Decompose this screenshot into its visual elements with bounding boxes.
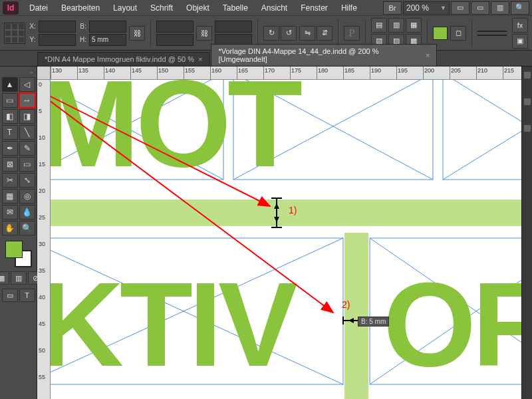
menu-schrift[interactable]: Schrift — [144, 1, 180, 15]
link-scale-icon[interactable]: ⛓ — [196, 26, 212, 41]
gap-measure-tooltip: B: 5 mm — [358, 317, 389, 327]
scale-y-field[interactable] — [156, 34, 194, 46]
menu-fenster[interactable]: Fenster — [294, 1, 334, 15]
pencil-tool[interactable]: ✎ — [19, 141, 35, 156]
flip-v-icon[interactable]: ⇵ — [317, 26, 332, 41]
align-icon-3[interactable]: ▦ — [406, 18, 422, 33]
wrap-icon[interactable]: ▣ — [512, 34, 528, 49]
workspace: » ▲ ◁ ▭ ↔ ◧ ◨ T ╲ ✒ ✎ ⊠ ▭ ✂ ⤡ ▦ ◎ ✉ 💧 ✋ … — [0, 66, 532, 399]
document-page[interactable]: MOT KTIV OF — [51, 80, 532, 399]
direct-selection-tool[interactable]: ◁ — [19, 77, 35, 92]
eyedropper-tool[interactable]: 💧 — [19, 205, 35, 219]
annotation-label-2: 2) — [342, 299, 350, 310]
annotation-label-1: 1) — [289, 205, 297, 215]
canvas-text-top: MOT — [51, 80, 302, 192]
zoom-level-field[interactable]: 200 %▼ — [403, 1, 450, 15]
menu-hilfe[interactable]: Hilfe — [334, 1, 364, 15]
stroke-weight-field[interactable] — [477, 31, 507, 32]
rotate-cw-icon[interactable]: ↻ — [263, 26, 279, 41]
y-label: Y: — [28, 36, 37, 43]
apply-color-icon[interactable]: ▩ — [0, 271, 9, 285]
preview-view-icon[interactable]: T — [19, 289, 35, 302]
h-label: H: — [78, 36, 88, 43]
vertical-gap-band — [344, 233, 368, 399]
zoom-value: 200 % — [406, 3, 429, 13]
horizontal-ruler[interactable]: 1301351401451501551601651701751801851901… — [51, 66, 532, 80]
view-options-button[interactable]: ▭ — [451, 1, 469, 15]
x-field[interactable] — [39, 21, 76, 33]
document-tab-2[interactable]: *Vorlage DIN A4-Mappe 14_44_de.indd @ 20… — [211, 44, 437, 66]
menu-layout[interactable]: Layout — [106, 1, 144, 15]
menu-bearbeiten[interactable]: Bearbeiten — [55, 1, 106, 15]
menu-tabelle[interactable]: Tabelle — [216, 1, 255, 15]
content-collector-tool[interactable]: ◧ — [2, 109, 18, 124]
right-panel-strip[interactable] — [521, 66, 532, 399]
fill-swatch[interactable] — [433, 27, 448, 40]
rectangle-tool[interactable]: ▭ — [19, 157, 35, 172]
panel-collapse-icon[interactable]: » — [29, 69, 33, 74]
rotate-ccw-icon[interactable]: ↺ — [281, 26, 297, 41]
apply-gradient-icon[interactable]: ▥ — [11, 271, 27, 285]
panel-icon[interactable] — [524, 125, 531, 132]
app-icon: Id — [3, 1, 19, 15]
ruler-origin[interactable] — [37, 66, 51, 80]
search-icon[interactable]: 🔍 — [511, 1, 529, 15]
chevron-down-icon: ▼ — [440, 5, 446, 11]
close-icon[interactable]: × — [198, 55, 202, 63]
fx-icon[interactable]: fx — [512, 18, 528, 33]
canvas-text-bottom-left: KTIV — [51, 257, 297, 391]
close-icon[interactable]: × — [426, 51, 430, 59]
height-field[interactable] — [89, 34, 126, 46]
reference-point-grid[interactable] — [4, 23, 25, 44]
note-tool[interactable]: ✉ — [2, 205, 18, 219]
fill-stroke-proxy[interactable] — [5, 241, 32, 267]
screen-mode-button[interactable]: ▭ — [471, 1, 489, 15]
content-placer-tool[interactable]: ◨ — [19, 109, 35, 124]
x-label: X: — [28, 23, 37, 30]
page-tool[interactable]: ▭ — [2, 93, 18, 108]
flip-h-icon[interactable]: ⇋ — [299, 26, 315, 41]
panel-icon[interactable] — [524, 72, 531, 78]
align-icon-1[interactable]: ▤ — [371, 18, 387, 33]
line-tool[interactable]: ╲ — [19, 125, 35, 140]
rotate-field[interactable] — [215, 21, 252, 33]
scale-x-field[interactable] — [156, 21, 194, 33]
panel-icon[interactable] — [524, 98, 531, 105]
document-tab-label: *DIN A4 Mappe Immogruen fiktiv.indd @ 50… — [45, 55, 194, 63]
b-label: B: — [78, 23, 88, 30]
pen-tool[interactable]: ✒ — [2, 141, 18, 156]
document-tab-1[interactable]: *DIN A4 Mappe Immogruen fiktiv.indd @ 50… — [37, 52, 209, 66]
vertical-ruler[interactable]: 051015202530354045505560 — [37, 80, 51, 399]
arrange-button[interactable]: ▥ — [491, 1, 509, 15]
menu-objekt[interactable]: Objekt — [180, 1, 216, 15]
canvas-text-bottom-right: OF — [383, 257, 532, 391]
gradient-feather-tool[interactable]: ◎ — [19, 189, 35, 203]
gradient-swatch-tool[interactable]: ▦ — [2, 189, 18, 203]
zoom-tool[interactable]: 🔍 — [19, 221, 35, 235]
stroke-swatch[interactable]: ◻ — [450, 26, 466, 41]
gap-tool[interactable]: ↔ — [19, 93, 35, 108]
type-tool[interactable]: T — [2, 125, 18, 140]
selection-tool[interactable]: ▲ — [2, 77, 18, 92]
scissors-tool[interactable]: ✂ — [2, 173, 18, 188]
menubar: Id Datei Bearbeiten Layout Schrift Objek… — [0, 0, 532, 16]
fill-proxy[interactable] — [5, 241, 23, 258]
normal-view-icon[interactable]: ▭ — [2, 289, 18, 302]
stroke-style-field[interactable] — [477, 35, 507, 36]
align-icon-2[interactable]: ▥ — [388, 18, 404, 33]
document-tab-bar: *DIN A4 Mappe Immogruen fiktiv.indd @ 50… — [0, 51, 532, 66]
y-field[interactable] — [39, 34, 76, 46]
tool-panel: » ▲ ◁ ▭ ↔ ◧ ◨ T ╲ ✒ ✎ ⊠ ▭ ✂ ⤡ ▦ ◎ ✉ 💧 ✋ … — [0, 66, 37, 399]
rectangle-frame-tool[interactable]: ⊠ — [2, 157, 18, 172]
bridge-button[interactable]: Br — [383, 1, 402, 15]
width-field[interactable] — [89, 21, 126, 33]
document-tab-label: *Vorlage DIN A4-Mappe 14_44_de.indd @ 20… — [218, 47, 422, 63]
canvas-area[interactable]: 1301351401451501551601651701751801851901… — [37, 66, 532, 399]
paragraph-style-icon[interactable]: P — [344, 26, 360, 41]
hand-tool[interactable]: ✋ — [2, 221, 18, 235]
link-dims-icon[interactable]: ⛓ — [129, 26, 145, 41]
menu-ansicht[interactable]: Ansicht — [255, 1, 294, 15]
free-transform-tool[interactable]: ⤡ — [19, 173, 35, 188]
menu-datei[interactable]: Datei — [23, 1, 55, 15]
document-canvas[interactable]: MOT KTIV OF — [51, 80, 532, 399]
